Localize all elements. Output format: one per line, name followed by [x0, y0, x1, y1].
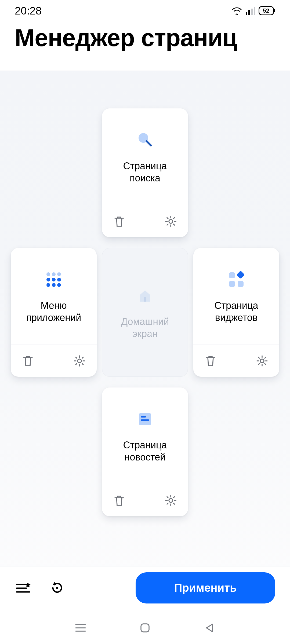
- svg-rect-2: [251, 9, 253, 15]
- status-bar: 20:28 52: [0, 0, 290, 21]
- svg-point-32: [56, 587, 58, 589]
- wifi-icon: [231, 6, 242, 15]
- svg-point-17: [57, 283, 61, 287]
- status-icons: 52: [231, 6, 275, 15]
- apps-grid-icon: [43, 269, 64, 290]
- nav-recent-button[interactable]: [73, 620, 89, 636]
- signal-icon: [246, 6, 255, 15]
- svg-rect-22: [238, 281, 244, 287]
- header: Менеджер страниц: [0, 21, 290, 71]
- system-nav-bar: [0, 612, 290, 644]
- list-star-button[interactable]: [15, 579, 32, 597]
- apply-button[interactable]: Применить: [136, 572, 275, 603]
- settings-button[interactable]: [163, 493, 178, 508]
- svg-point-28: [169, 499, 173, 502]
- svg-line-7: [147, 141, 151, 145]
- page-title: Менеджер страниц: [15, 24, 275, 52]
- status-time: 20:28: [15, 5, 42, 17]
- card-label: Страница новостей: [109, 439, 181, 463]
- home-icon: [134, 285, 156, 306]
- svg-rect-0: [246, 12, 247, 15]
- search-icon: [134, 129, 156, 151]
- svg-point-11: [57, 272, 61, 276]
- card-label: Страница виджетов: [200, 299, 272, 324]
- svg-point-14: [57, 278, 61, 281]
- svg-point-10: [52, 272, 56, 276]
- svg-rect-25: [139, 413, 151, 425]
- svg-point-8: [169, 219, 173, 223]
- delete-button[interactable]: [20, 353, 35, 368]
- svg-rect-21: [229, 281, 235, 287]
- card-label: Домашний экран: [109, 316, 181, 340]
- card-news-page[interactable]: Страница новостей: [102, 387, 188, 516]
- nav-back-button[interactable]: [201, 620, 218, 636]
- svg-rect-20: [229, 272, 235, 278]
- bottom-bar: Применить: [0, 566, 290, 609]
- nav-home-button[interactable]: [137, 620, 153, 636]
- svg-rect-3: [254, 7, 255, 15]
- delete-button[interactable]: [112, 214, 127, 229]
- svg-point-12: [46, 278, 50, 281]
- reset-button[interactable]: [48, 579, 65, 597]
- widgets-icon: [226, 269, 247, 290]
- svg-rect-26: [141, 416, 146, 418]
- svg-rect-27: [141, 419, 149, 421]
- settings-button[interactable]: [163, 214, 178, 229]
- card-label: Меню приложений: [18, 299, 90, 324]
- svg-point-18: [78, 359, 81, 363]
- svg-point-15: [46, 283, 50, 287]
- svg-rect-1: [248, 10, 250, 15]
- battery-text: 52: [263, 7, 269, 14]
- delete-button[interactable]: [203, 353, 218, 368]
- settings-button[interactable]: [72, 353, 87, 368]
- news-icon: [134, 408, 156, 430]
- battery-icon: 52: [259, 6, 275, 15]
- delete-button[interactable]: [112, 493, 127, 508]
- svg-point-13: [52, 278, 56, 281]
- main-area: Страница поиска: [0, 71, 290, 594]
- svg-rect-23: [236, 270, 245, 279]
- card-widgets-page[interactable]: Страница виджетов: [193, 248, 279, 377]
- svg-rect-5: [274, 9, 275, 12]
- svg-rect-36: [141, 624, 149, 632]
- svg-rect-19: [144, 297, 146, 302]
- svg-point-24: [260, 359, 264, 363]
- card-search-page[interactable]: Страница поиска: [102, 108, 188, 237]
- settings-button[interactable]: [255, 353, 270, 368]
- svg-point-16: [52, 283, 56, 287]
- card-apps-menu[interactable]: Меню приложений: [11, 248, 97, 377]
- card-label: Страница поиска: [109, 160, 181, 184]
- card-home-screen: Домашний экран: [102, 248, 188, 377]
- svg-point-9: [46, 272, 50, 276]
